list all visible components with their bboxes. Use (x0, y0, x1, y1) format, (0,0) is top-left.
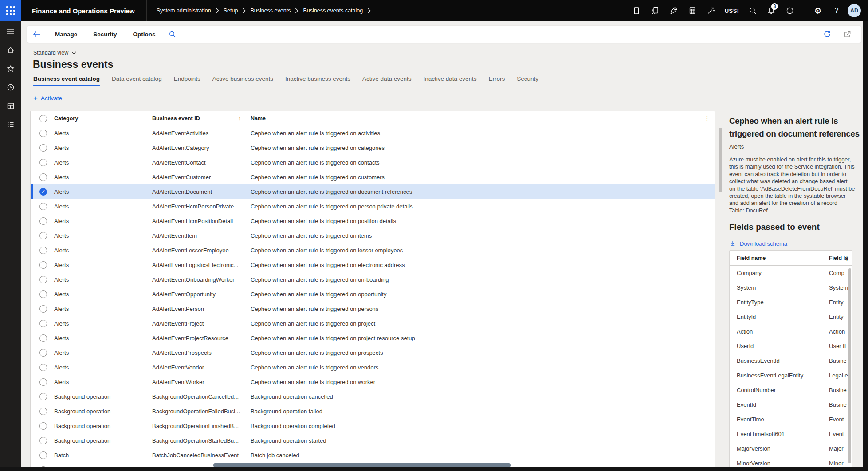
notifications-bell-icon[interactable]: 3 (764, 0, 779, 21)
column-header-name[interactable]: Name (251, 115, 715, 122)
recent-clock-icon[interactable] (3, 82, 18, 92)
table-row[interactable]: AlertsAdAlertEventProspectsCepheo when a… (31, 345, 715, 360)
row-checkbox[interactable] (39, 159, 47, 166)
view-selector[interactable]: Standard view (33, 50, 76, 56)
modules-list-icon[interactable] (3, 120, 18, 130)
field-row[interactable]: EventIdBusine (730, 397, 852, 412)
settings-gear-icon[interactable]: ⚙ (810, 0, 825, 21)
favorites-star-icon[interactable] (3, 64, 18, 74)
row-checkbox[interactable] (39, 261, 47, 269)
row-checkbox[interactable] (39, 203, 47, 210)
table-row[interactable]: AlertsAdAlertEventItemCepheo when an ale… (31, 228, 715, 243)
row-checkbox[interactable] (39, 378, 47, 386)
table-row[interactable]: AlertsAdAlertEventPersonCepheo when an a… (31, 302, 715, 316)
row-checkbox[interactable] (39, 305, 47, 313)
table-row[interactable]: Background operationBackgroundOperationF… (31, 404, 715, 419)
table-row[interactable]: AlertsAdAlertEventLessorEmployeeCepheo w… (31, 243, 715, 258)
device-icon[interactable] (648, 0, 663, 21)
row-checkbox[interactable] (39, 393, 47, 400)
row-checkbox[interactable] (39, 408, 47, 415)
grid-vertical-scrollbar-thumb[interactable] (719, 128, 722, 192)
breadcrumb-item[interactable]: Business events catalog (303, 8, 363, 14)
back-arrow-icon[interactable] (27, 26, 47, 43)
environment-label[interactable]: USSI (722, 0, 742, 21)
table-row[interactable]: Background operationBackgroundOperationS… (31, 433, 715, 448)
row-checkbox[interactable] (39, 349, 47, 357)
app-launcher-button[interactable] (0, 0, 21, 21)
row-selected-checkbox[interactable]: ✓ (39, 188, 47, 196)
row-checkbox[interactable] (39, 247, 47, 254)
menu-item-security[interactable]: Security (93, 31, 117, 38)
row-checkbox[interactable] (39, 437, 47, 444)
row-checkbox[interactable] (39, 364, 47, 371)
hamburger-menu-icon[interactable] (3, 27, 18, 36)
field-row[interactable]: SystemSystem (730, 280, 852, 295)
table-row[interactable]: Background operationBackgroundOperationC… (31, 389, 715, 404)
field-row[interactable]: ActionAction (730, 324, 852, 339)
row-checkbox[interactable] (39, 422, 47, 430)
row-checkbox[interactable] (39, 276, 47, 283)
user-avatar[interactable]: AD (848, 4, 861, 17)
activate-button[interactable]: + Activate (33, 94, 62, 102)
field-row[interactable]: EventTimeIso8601Event (730, 427, 852, 441)
field-row[interactable]: EntityTypeEntity (730, 295, 852, 310)
table-row[interactable]: AlertsAdAlertEventContactCepheo when an … (31, 155, 715, 170)
tab-active-business-events[interactable]: Active business events (212, 75, 273, 86)
row-checkbox[interactable] (39, 217, 47, 225)
row-checkbox[interactable] (39, 173, 47, 181)
refresh-icon[interactable] (823, 30, 832, 39)
table-row[interactable]: AlertsAdAlertEventVendorCepheo when an a… (31, 360, 715, 375)
workspaces-icon[interactable] (3, 101, 18, 111)
row-checkbox[interactable] (39, 451, 47, 459)
window-icon[interactable] (629, 0, 644, 21)
open-in-new-window-icon[interactable] (843, 30, 852, 39)
field-row[interactable]: MajorVersionMajor (730, 441, 852, 456)
magic-wand-icon[interactable] (703, 0, 719, 21)
fields-options-kebab-icon[interactable]: ⋮ (844, 255, 850, 261)
column-header-category[interactable]: Category (54, 115, 152, 122)
help-icon[interactable]: ? (829, 0, 844, 21)
table-row[interactable]: AlertsAdAlertEventHcmPersonPrivate...Cep… (31, 199, 715, 214)
field-row[interactable]: EventTimeEvent (730, 412, 852, 427)
field-row[interactable]: EntityIdEntity (730, 310, 852, 324)
action-pane-search-icon[interactable] (168, 30, 177, 39)
table-row[interactable]: AlertsAdAlertEventOpportunityCepheo when… (31, 287, 715, 302)
row-checkbox[interactable] (39, 320, 47, 327)
rocket-icon[interactable] (666, 0, 681, 21)
horizontal-scrollbar-thumb[interactable] (213, 463, 511, 467)
tab-endpoints[interactable]: Endpoints (174, 75, 200, 86)
breadcrumb-item[interactable]: System administration (157, 8, 211, 14)
menu-item-manage[interactable]: Manage (55, 31, 77, 38)
table-row[interactable]: BatchBatchJobCanceledBusinessEventBatch … (31, 448, 715, 463)
fields-vertical-scrollbar-thumb[interactable] (848, 268, 851, 463)
column-header-field-name[interactable]: Field name (737, 255, 829, 261)
tab-security[interactable]: Security (517, 75, 538, 86)
tab-active-data-events[interactable]: Active data events (362, 75, 411, 86)
menu-item-options[interactable]: Options (133, 31, 156, 38)
tab-errors[interactable]: Errors (489, 75, 505, 86)
home-icon[interactable] (3, 45, 18, 55)
feedback-smiley-icon[interactable] (782, 0, 797, 21)
table-row[interactable]: AlertsAdAlertEventActivitiesCepheo when … (31, 126, 715, 141)
tab-inactive-business-events[interactable]: Inactive business events (285, 75, 350, 86)
field-row[interactable]: CompanyComp (730, 266, 852, 280)
select-all-checkbox[interactable] (39, 115, 47, 122)
row-checkbox[interactable] (39, 130, 47, 137)
table-row[interactable]: AlertsAdAlertEventProjectCepheo when an … (31, 316, 715, 331)
tab-inactive-data-events[interactable]: Inactive data events (423, 75, 476, 86)
search-icon[interactable] (745, 0, 760, 21)
field-row[interactable]: BusinessEventLegalEntityLegal e (730, 368, 852, 383)
table-row[interactable]: AlertsAdAlertEventProjectResourceCepheo … (31, 331, 715, 345)
table-row[interactable]: AlertsAdAlertEventCategoryCepheo when an… (31, 141, 715, 155)
table-row[interactable]: AlertsAdAlertEventOnboardingWorkerCepheo… (31, 272, 715, 287)
calculator-icon[interactable] (685, 0, 700, 21)
grid-options-kebab-icon[interactable]: ⋮ (704, 115, 710, 122)
breadcrumb-item[interactable]: Setup (224, 8, 238, 14)
table-row[interactable]: AlertsAdAlertEventHcmPositionDetailCephe… (31, 214, 715, 228)
column-header-business-event-id[interactable]: Business event ID ↑ (152, 115, 251, 122)
field-row[interactable]: ControlNumberBusine (730, 383, 852, 397)
table-row[interactable]: AlertsAdAlertEventCustomerCepheo when an… (31, 170, 715, 184)
field-row[interactable]: UserIdUser II (730, 339, 852, 353)
table-row[interactable]: Background operationBackgroundOperationF… (31, 419, 715, 433)
table-row[interactable]: AlertsAdAlertEventLogisticsElectronic...… (31, 258, 715, 272)
